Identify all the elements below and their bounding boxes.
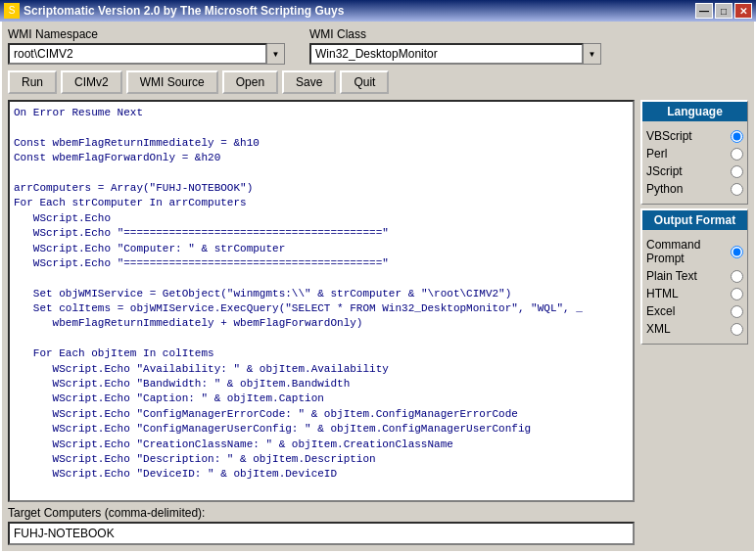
wmi-namespace-select-row: ▼ [8,43,302,65]
language-radio-jscript[interactable] [731,165,743,178]
toolbar: Run CIMv2 WMI Source Open Save Quit [8,70,748,94]
output-radio-command-prompt[interactable] [731,246,743,258]
code-line: WScript.Echo "Bandwidth: " & objItem.Ban… [14,377,629,392]
language-section: Language VBScriptPerlJScriptPython [640,100,748,205]
output-format-option: HTML [646,285,743,302]
wmi-class-label: WMI Class [309,27,748,41]
code-line [14,166,629,181]
code-line: Set colItems = objWMIService.ExecQuery("… [14,301,629,316]
code-line: For Each strComputer In arrComputers [14,196,629,210]
close-button[interactable]: ✕ [734,3,752,19]
code-panel: On Error Resume Next Const wbemFlagRetur… [8,100,635,545]
wmi-source-button[interactable]: WMI Source [126,70,218,94]
language-label-python: Python [646,182,731,196]
wmi-class-dropdown[interactable]: ▼ [584,43,601,65]
target-computers-section: Target Computers (comma-delimited): [8,506,635,545]
output-label-xml: XML [646,322,731,336]
output-label-plain-text: Plain Text [646,269,731,283]
quit-button[interactable]: Quit [340,70,389,94]
code-line: WScript.Echo "Computer: " & strComputer [14,242,629,256]
language-title: Language [642,102,747,121]
code-line: WScript.Echo "DeviceID: " & objItem.Devi… [14,467,629,482]
code-line: WScript.Echo "==========================… [14,256,629,271]
language-option: Perl [646,145,743,162]
minimize-button[interactable]: — [695,3,713,19]
output-radio-xml[interactable] [731,323,743,336]
save-button[interactable]: Save [282,70,336,94]
code-line: WScript.Echo "Availability: " & objItem.… [14,362,629,377]
language-options: VBScriptPerlJScriptPython [642,121,747,204]
title-bar-buttons: — □ ✕ [695,3,752,19]
output-label-html: HTML [646,287,731,300]
open-button[interactable]: Open [222,70,278,94]
code-line: WScript.Echo "CreationClassName: " & obj… [14,438,629,452]
main-window: WMI Namespace ▼ WMI Class ▼ Run CIMv2 WM… [0,22,756,553]
wmi-row: WMI Namespace ▼ WMI Class ▼ [8,27,748,65]
output-format-section: Output Format Command PromptPlain TextHT… [640,208,748,345]
wmi-namespace-input[interactable] [8,43,267,65]
language-radio-vbscript[interactable] [731,130,743,143]
run-button[interactable]: Run [8,70,57,94]
code-line: WScript.Echo "==========================… [14,226,629,241]
code-line: WScript.Echo "ConfigManagerUserConfig: "… [14,422,629,437]
output-radio-plain-text[interactable] [731,270,743,283]
output-label-excel: Excel [646,304,731,318]
language-option: VBScript [646,127,743,145]
code-line: arrComputers = Array("FUHJ-NOTEBOOK") [14,181,629,196]
code-line: wbemFlagReturnImmediately + wbemFlagForw… [14,316,629,331]
wmi-namespace-dropdown[interactable]: ▼ [267,43,285,65]
language-label-jscript: JScript [646,164,731,178]
output-label-command-prompt: Command Prompt [646,238,731,265]
code-line: WScript.Echo [14,211,629,226]
output-format-option: Excel [646,302,743,320]
language-radio-python[interactable] [731,183,743,196]
language-option: Python [646,180,743,198]
output-format-option: Plain Text [646,267,743,285]
language-radio-perl[interactable] [731,148,743,161]
wmi-class-select-row: ▼ [309,43,748,65]
code-line: Const wbemFlagForwardOnly = &h20 [14,151,629,165]
code-line [14,332,629,346]
code-line [14,271,629,286]
code-line: WScript.Echo "Description: " & objItem.D… [14,452,629,467]
target-computers-input[interactable] [8,522,635,545]
content-area: On Error Resume Next Const wbemFlagRetur… [8,100,748,545]
code-line [14,120,629,135]
wmi-class-input[interactable] [309,43,584,65]
code-line: Set objWMIService = GetObject("winmgmts:… [14,287,629,301]
output-format-option: Command Prompt [646,236,743,267]
target-computers-label: Target Computers (comma-delimited): [8,506,635,520]
wmi-namespace-group: WMI Namespace ▼ [8,27,302,65]
output-radio-excel[interactable] [731,305,743,318]
code-line: Const wbemFlagReturnImmediately = &h10 [14,136,629,151]
language-label-vbscript: VBScript [646,129,731,143]
right-panel: Language VBScriptPerlJScriptPython Outpu… [640,100,748,545]
output-radio-html[interactable] [731,288,743,300]
app-icon: S [4,3,20,19]
code-editor[interactable]: On Error Resume Next Const wbemFlagRetur… [8,100,635,502]
code-line: On Error Resume Next [14,106,629,120]
code-line: WScript.Echo "Caption: " & objItem.Capti… [14,392,629,406]
language-option: JScript [646,162,743,180]
cimv2-button[interactable]: CIMv2 [61,70,122,94]
maximize-button[interactable]: □ [715,3,732,19]
output-format-option: XML [646,320,743,338]
output-format-title: Output Format [642,210,747,230]
title-bar-text: Scriptomatic Version 2.0 by The Microsof… [24,4,695,18]
code-line: WScript.Echo "ConfigManagerErrorCode: " … [14,407,629,422]
code-line: For Each objItem In colItems [14,346,629,361]
language-label-perl: Perl [646,147,731,161]
title-bar: S Scriptomatic Version 2.0 by The Micros… [0,0,756,22]
wmi-namespace-label: WMI Namespace [8,27,302,41]
output-format-options: Command PromptPlain TextHTMLExcelXML [642,230,747,344]
wmi-class-group: WMI Class ▼ [309,27,748,65]
